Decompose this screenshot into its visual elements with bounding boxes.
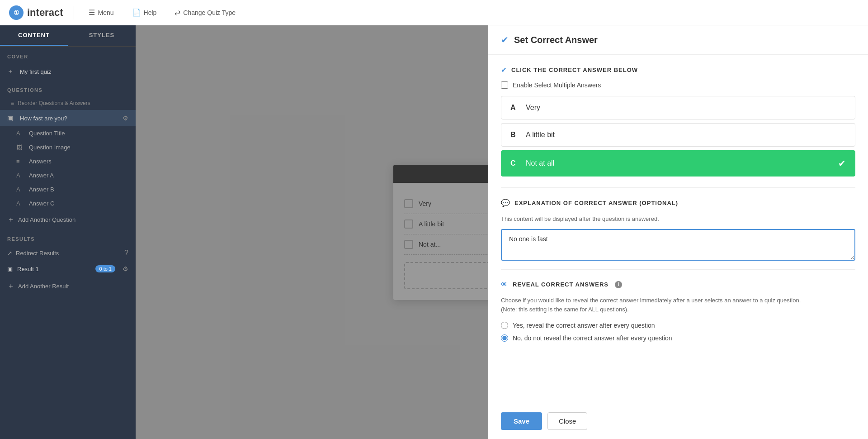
sidebar: CONTENT STYLES COVER ＋ My first quiz QUE… [0,25,136,439]
image-icon: 🖼 [16,144,24,151]
brand-name: interact [27,7,63,19]
add-question-button[interactable]: ＋ Add Another Question [0,210,136,229]
enable-multiple-checkbox[interactable] [501,81,508,89]
redirect-label: Redirect Results [16,250,59,257]
add-result-icon: ＋ [7,282,14,291]
add-result-label: Add Another Result [18,283,69,290]
answer-a-icon: A [16,172,24,179]
brand-logo[interactable]: ① interact [9,5,63,20]
section2-title: EXPLANATION OF CORRECT ANSWER (OPTIONAL) [514,200,678,206]
redirect-icon: ↗ [7,250,12,257]
modal-section-answers: ✔ CLICK THE CORRECT ANSWER BELOW Enable … [501,55,855,188]
add-question-label: Add Another Question [18,216,75,223]
sidebar-tabs: CONTENT STYLES [0,25,136,47]
section2-header: 💬 EXPLANATION OF CORRECT ANSWER (OPTIONA… [501,199,855,207]
sub-label-answer-a: Answer A [29,172,54,179]
answer-option-c[interactable]: C Not at all ✔ [501,150,855,177]
save-button[interactable]: Save [501,412,542,430]
canvas-area: 🖼 Very A little bit Not at... + [136,25,868,439]
help-label: Help [144,9,157,16]
result-icon: ▣ [7,266,13,272]
reveal-description: Choose if you would like to reveal the c… [501,296,855,315]
menu-icon: ☰ [89,8,95,17]
modal-body: ✔ CLICK THE CORRECT ANSWER BELOW Enable … [488,55,868,403]
section3-title: REVEAL CORRECT ANSWERS [513,281,609,288]
radio-no-option[interactable]: No, do not reveal the correct answer aft… [501,334,855,342]
section1-header: ✔ CLICK THE CORRECT ANSWER BELOW [501,66,855,74]
letter-a-icon: A [16,130,24,137]
modal-header-icon: ✔ [501,34,509,45]
question-label: How fast are you? [20,115,118,122]
modal-title: Set Correct Answer [514,35,598,45]
sidebar-sub-answer-c[interactable]: A Answer C [0,196,136,210]
section3-header: 👁 REVEAL CORRECT ANSWERS i [501,281,855,289]
answer-c-letter: C [510,159,519,167]
answer-b-letter: B [510,131,519,139]
quiz-title-label: My first quiz [20,68,128,75]
explanation-description: This content will be displayed after the… [501,215,855,224]
modal-section-reveal: 👁 REVEAL CORRECT ANSWERS i Choose if you… [501,270,855,355]
nav-divider [74,6,74,19]
top-navigation: ① interact ☰ Menu 📄 Help ⇄ Change Quiz T… [0,0,868,25]
sidebar-sub-answer-a[interactable]: A Answer A [0,168,136,182]
add-result-button[interactable]: ＋ Add Another Result [0,277,136,296]
redirect-help-icon[interactable]: ? [124,249,128,257]
check-mark-icon: ✔ [838,158,846,169]
main-layout: CONTENT STYLES COVER ＋ My first quiz QUE… [0,25,868,439]
gear-icon[interactable]: ⚙ [123,115,128,122]
sidebar-sub-answer-b[interactable]: A Answer B [0,182,136,196]
answer-option-a[interactable]: A Very [501,96,855,119]
modal-footer: Save Close [488,403,868,439]
modal-header: ✔ Set Correct Answer [488,25,868,55]
brand-icon: ① [9,5,24,20]
result-badge: 0 to 1 [95,265,115,272]
menu-label: Menu [98,9,113,16]
answer-a-letter: A [510,104,519,112]
results-section-label: RESULTS [0,229,136,245]
sidebar-item-result-1[interactable]: ▣ Result 1 0 to 1 ⚙ [0,261,136,277]
menu-button[interactable]: ☰ Menu [85,5,117,19]
add-question-icon: ＋ [7,215,14,224]
section1-title: CLICK THE CORRECT ANSWER BELOW [511,67,638,73]
section2-icon: 💬 [501,199,510,207]
tab-styles[interactable]: STYLES [68,25,136,46]
radio-yes-input[interactable] [501,322,508,329]
answer-b-text: A little bit [526,131,846,139]
radio-yes-option[interactable]: Yes, reveal the correct answer after eve… [501,322,855,329]
radio-no-input[interactable] [501,334,508,342]
tab-content[interactable]: CONTENT [0,25,68,46]
sidebar-item-question[interactable]: ▣ How fast are you? ⚙ [0,110,136,126]
change-quiz-type-label: Change Quiz Type [183,9,236,16]
redirect-results-button[interactable]: ↗ Redirect Results ? [0,245,136,261]
result-gear-icon[interactable]: ⚙ [123,265,128,272]
close-button[interactable]: Close [547,412,587,430]
sidebar-sub-answers[interactable]: ≡ Answers [0,154,136,168]
explanation-textarea[interactable]: No one is fast [501,229,855,261]
question-icon: ▣ [7,115,15,122]
sidebar-item-quiz-title[interactable]: ＋ My first quiz [0,63,136,80]
sidebar-sub-question-image[interactable]: 🖼 Question Image [0,140,136,154]
change-quiz-type-button[interactable]: ⇄ Change Quiz Type [171,5,239,19]
enable-multiple-row: Enable Select Multiple Answers [501,81,855,89]
section1-icon: ✔ [501,66,507,74]
answer-b-icon: A [16,186,24,193]
radio-no-label: No, do not reveal the correct answer aft… [513,334,672,342]
sub-label-answers: Answers [29,158,52,165]
sub-label-answer-c: Answer C [29,200,54,207]
answer-option-b[interactable]: B A little bit [501,123,855,147]
sub-label-question-image: Question Image [29,144,71,151]
help-icon: 📄 [132,8,141,17]
answer-a-text: Very [526,104,846,112]
change-quiz-icon: ⇄ [175,8,180,17]
modal-panel: ✔ Set Correct Answer ✔ CLICK THE CORRECT… [488,25,868,439]
sub-label-question-title: Question Title [29,130,65,137]
sidebar-sub-question-title[interactable]: A Question Title [0,126,136,140]
reorder-questions-button[interactable]: ≡ Reorder Questions & Answers [0,96,136,110]
reveal-info-icon[interactable]: i [615,281,622,288]
answer-c-icon: A [16,200,24,207]
answer-c-text: Not at all [526,159,832,167]
section3-icon: 👁 [501,281,508,289]
list-icon: ≡ [16,158,24,165]
help-button[interactable]: 📄 Help [128,5,160,19]
reorder-label: Reorder Questions & Answers [18,100,90,106]
